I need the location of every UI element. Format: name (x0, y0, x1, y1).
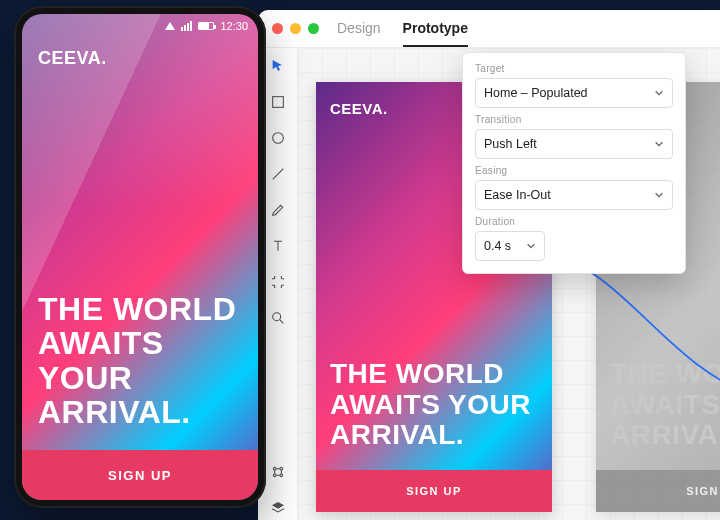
transition-label: Transition (475, 114, 673, 125)
layers-icon[interactable] (270, 500, 286, 520)
transition-select[interactable]: Push Left (475, 129, 673, 159)
svg-point-6 (280, 474, 283, 477)
svg-point-2 (272, 313, 280, 321)
ellipse-tool[interactable] (270, 130, 286, 150)
line-tool[interactable] (270, 166, 286, 186)
svg-rect-0 (272, 97, 283, 108)
tab-design[interactable]: Design (337, 10, 381, 47)
minimize-icon[interactable] (290, 23, 301, 34)
easing-select[interactable]: Ease In-Out (475, 180, 673, 210)
svg-point-4 (280, 467, 283, 470)
mode-tabs: Design Prototype (337, 10, 468, 47)
prototype-wire (554, 254, 720, 404)
cell-bars-icon (181, 21, 192, 31)
pen-tool[interactable] (270, 202, 286, 222)
interaction-popover: Target Home – Populated Transition Push … (462, 52, 686, 274)
chevron-down-icon (526, 241, 536, 251)
brand-logo: CEEVA. (38, 48, 107, 69)
signup-button[interactable]: SIGN UP (22, 450, 258, 500)
battery-icon (198, 22, 214, 30)
duration-label: Duration (475, 216, 673, 227)
chevron-down-icon (654, 88, 664, 98)
traffic-lights[interactable] (272, 23, 319, 34)
chevron-down-icon (654, 190, 664, 200)
text-tool[interactable] (270, 238, 286, 258)
target-select[interactable]: Home – Populated (475, 78, 673, 108)
status-bar: 12:30 (22, 14, 258, 38)
phone-screen: 12:30 CEEVA. THE WORLD AWAITS YOUR ARRIV… (22, 14, 258, 500)
svg-point-3 (273, 467, 276, 470)
svg-point-5 (273, 474, 276, 477)
phone-mockup: 12:30 CEEVA. THE WORLD AWAITS YOUR ARRIV… (14, 6, 266, 508)
canvas[interactable]: CEEVA. THE WORLD AWAITS YOUR ARRIVAL. SI… (298, 48, 720, 520)
svg-point-1 (272, 133, 283, 144)
easing-label: Easing (475, 165, 673, 176)
status-time: 12:30 (220, 20, 248, 32)
artboard-cta[interactable]: SIGN UP (316, 470, 552, 512)
zoom-tool[interactable] (270, 310, 286, 330)
select-tool[interactable] (270, 58, 286, 78)
app-window: Design Prototype CEEVA. (258, 10, 720, 520)
duration-select[interactable]: 0.4 s (475, 231, 545, 261)
target-label: Target (475, 63, 673, 74)
assets-icon[interactable] (270, 464, 286, 484)
title-bar: Design Prototype (258, 10, 720, 48)
signal-icon (165, 22, 175, 30)
close-icon[interactable] (272, 23, 283, 34)
tab-prototype[interactable]: Prototype (403, 10, 468, 47)
hero-headline: THE WORLD AWAITS YOUR ARRIVAL. (38, 292, 242, 430)
rectangle-tool[interactable] (270, 94, 286, 114)
artboard-headline: THE WORLD AWAITS YOUR ARRIVAL. (330, 359, 538, 450)
artboard2-cta[interactable]: SIGN UP (596, 470, 720, 512)
artboard-tool[interactable] (270, 274, 286, 294)
zoom-icon[interactable] (308, 23, 319, 34)
chevron-down-icon (654, 139, 664, 149)
artboard-brand: CEEVA. (330, 100, 388, 117)
